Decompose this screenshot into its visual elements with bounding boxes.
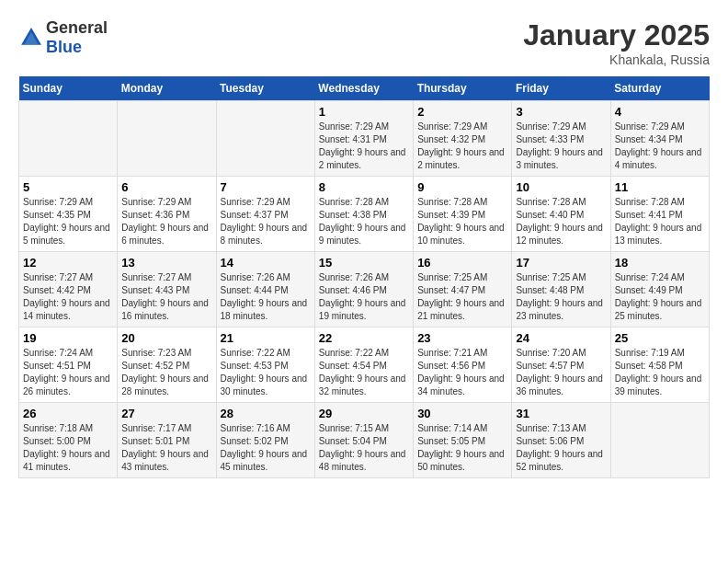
month-title: January 2025 [523,18,710,52]
day-number: 29 [319,407,409,420]
day-header-saturday: Saturday [610,76,709,101]
calendar-week-row: 5Sunrise: 7:29 AM Sunset: 4:35 PM Daylig… [19,177,710,252]
cell-info: Sunrise: 7:20 AM Sunset: 4:57 PM Dayligh… [516,347,606,398]
cell-info: Sunrise: 7:24 AM Sunset: 4:49 PM Dayligh… [615,271,705,323]
cell-info: Sunrise: 7:28 AM Sunset: 4:39 PM Dayligh… [417,196,507,247]
cell-info: Sunrise: 7:26 AM Sunset: 4:44 PM Dayligh… [221,271,311,323]
cell-info: Sunrise: 7:24 AM Sunset: 4:51 PM Dayligh… [23,347,113,398]
day-number: 6 [121,180,211,194]
cell-info: Sunrise: 7:26 AM Sunset: 4:46 PM Dayligh… [319,271,409,323]
day-number: 22 [319,331,409,345]
cell-info: Sunrise: 7:23 AM Sunset: 4:52 PM Dayligh… [121,347,211,398]
calendar-cell: 6Sunrise: 7:29 AM Sunset: 4:36 PM Daylig… [118,177,216,252]
day-number: 21 [221,331,311,345]
day-number: 3 [516,105,606,119]
cell-info: Sunrise: 7:28 AM Sunset: 4:40 PM Dayligh… [516,196,606,247]
day-number: 12 [23,256,113,270]
calendar-header-row: SundayMondayTuesdayWednesdayThursdayFrid… [19,76,710,101]
cell-info: Sunrise: 7:29 AM Sunset: 4:34 PM Dayligh… [615,121,705,172]
calendar-cell: 10Sunrise: 7:28 AM Sunset: 4:40 PM Dayli… [512,177,610,252]
cell-info: Sunrise: 7:28 AM Sunset: 4:38 PM Dayligh… [319,196,409,247]
calendar-cell: 20Sunrise: 7:23 AM Sunset: 4:52 PM Dayli… [118,327,216,403]
day-number: 27 [121,407,211,420]
calendar-week-row: 19Sunrise: 7:24 AM Sunset: 4:51 PM Dayli… [19,327,710,403]
day-number: 10 [516,180,606,194]
calendar-week-row: 26Sunrise: 7:18 AM Sunset: 5:00 PM Dayli… [19,403,710,478]
calendar-cell: 12Sunrise: 7:27 AM Sunset: 4:42 PM Dayli… [19,252,118,327]
cell-info: Sunrise: 7:18 AM Sunset: 5:00 PM Dayligh… [23,422,113,474]
day-number: 23 [417,331,507,345]
logo: General Blue [18,18,108,57]
calendar-cell: 19Sunrise: 7:24 AM Sunset: 4:51 PM Dayli… [19,327,118,403]
cell-info: Sunrise: 7:14 AM Sunset: 5:05 PM Dayligh… [417,422,507,474]
day-number: 8 [319,180,409,194]
calendar-cell: 8Sunrise: 7:28 AM Sunset: 4:38 PM Daylig… [314,177,413,252]
location-label: Khankala, Russia [523,52,710,67]
cell-info: Sunrise: 7:19 AM Sunset: 4:58 PM Dayligh… [615,347,705,398]
cell-info: Sunrise: 7:22 AM Sunset: 4:53 PM Dayligh… [221,347,311,398]
cell-info: Sunrise: 7:29 AM Sunset: 4:37 PM Dayligh… [221,196,311,247]
calendar-table: SundayMondayTuesdayWednesdayThursdayFrid… [18,76,710,478]
day-header-friday: Friday [512,76,610,101]
calendar-cell: 11Sunrise: 7:28 AM Sunset: 4:41 PM Dayli… [610,177,709,252]
cell-info: Sunrise: 7:25 AM Sunset: 4:47 PM Dayligh… [417,271,507,323]
calendar-cell: 9Sunrise: 7:28 AM Sunset: 4:39 PM Daylig… [414,177,512,252]
calendar-cell: 7Sunrise: 7:29 AM Sunset: 4:37 PM Daylig… [216,177,314,252]
cell-info: Sunrise: 7:25 AM Sunset: 4:48 PM Dayligh… [516,271,606,323]
cell-info: Sunrise: 7:21 AM Sunset: 4:56 PM Dayligh… [417,347,507,398]
cell-info: Sunrise: 7:15 AM Sunset: 5:04 PM Dayligh… [319,422,409,474]
day-header-wednesday: Wednesday [314,76,413,101]
day-number: 5 [23,180,113,194]
calendar-cell: 23Sunrise: 7:21 AM Sunset: 4:56 PM Dayli… [414,327,512,403]
calendar-week-row: 12Sunrise: 7:27 AM Sunset: 4:42 PM Dayli… [19,252,710,327]
calendar-cell [216,101,314,177]
calendar-cell: 30Sunrise: 7:14 AM Sunset: 5:05 PM Dayli… [414,403,512,478]
calendar-cell: 31Sunrise: 7:13 AM Sunset: 5:06 PM Dayli… [512,403,610,478]
calendar-cell: 22Sunrise: 7:22 AM Sunset: 4:54 PM Dayli… [314,327,413,403]
day-number: 31 [516,407,606,420]
day-number: 24 [516,331,606,345]
calendar-cell: 4Sunrise: 7:29 AM Sunset: 4:34 PM Daylig… [610,101,709,177]
cell-info: Sunrise: 7:27 AM Sunset: 4:43 PM Dayligh… [121,271,211,323]
calendar-cell: 5Sunrise: 7:29 AM Sunset: 4:35 PM Daylig… [19,177,118,252]
day-number: 1 [319,105,409,119]
day-number: 20 [121,331,211,345]
cell-info: Sunrise: 7:29 AM Sunset: 4:35 PM Dayligh… [23,196,113,247]
day-header-sunday: Sunday [19,76,118,101]
calendar-cell: 16Sunrise: 7:25 AM Sunset: 4:47 PM Dayli… [414,252,512,327]
day-number: 25 [615,331,705,345]
calendar-cell: 24Sunrise: 7:20 AM Sunset: 4:57 PM Dayli… [512,327,610,403]
title-block: January 2025 Khankala, Russia [523,18,710,67]
calendar-week-row: 1Sunrise: 7:29 AM Sunset: 4:31 PM Daylig… [19,101,710,177]
day-header-tuesday: Tuesday [216,76,314,101]
day-number: 16 [417,256,507,270]
day-number: 7 [221,180,311,194]
calendar-cell: 25Sunrise: 7:19 AM Sunset: 4:58 PM Dayli… [610,327,709,403]
day-number: 19 [23,331,113,345]
calendar-cell: 3Sunrise: 7:29 AM Sunset: 4:33 PM Daylig… [512,101,610,177]
day-number: 2 [417,105,507,119]
cell-info: Sunrise: 7:29 AM Sunset: 4:33 PM Dayligh… [516,121,606,172]
cell-info: Sunrise: 7:27 AM Sunset: 4:42 PM Dayligh… [23,271,113,323]
day-number: 18 [615,256,705,270]
calendar-cell [610,403,709,478]
day-number: 28 [221,407,311,420]
logo-blue: Blue [46,38,82,56]
logo-general: General [46,18,108,37]
calendar-cell: 21Sunrise: 7:22 AM Sunset: 4:53 PM Dayli… [216,327,314,403]
cell-info: Sunrise: 7:17 AM Sunset: 5:01 PM Dayligh… [121,422,211,474]
cell-info: Sunrise: 7:22 AM Sunset: 4:54 PM Dayligh… [319,347,409,398]
cell-info: Sunrise: 7:28 AM Sunset: 4:41 PM Dayligh… [615,196,705,247]
calendar-cell: 26Sunrise: 7:18 AM Sunset: 5:00 PM Dayli… [19,403,118,478]
calendar-cell [19,101,118,177]
calendar-cell: 13Sunrise: 7:27 AM Sunset: 4:43 PM Dayli… [118,252,216,327]
calendar-cell: 18Sunrise: 7:24 AM Sunset: 4:49 PM Dayli… [610,252,709,327]
day-number: 9 [417,180,507,194]
day-number: 11 [615,180,705,194]
calendar-cell: 28Sunrise: 7:16 AM Sunset: 5:02 PM Dayli… [216,403,314,478]
day-number: 13 [121,256,211,270]
day-number: 17 [516,256,606,270]
cell-info: Sunrise: 7:29 AM Sunset: 4:32 PM Dayligh… [417,121,507,172]
calendar-cell: 14Sunrise: 7:26 AM Sunset: 4:44 PM Dayli… [216,252,314,327]
calendar-cell: 1Sunrise: 7:29 AM Sunset: 4:31 PM Daylig… [314,101,413,177]
